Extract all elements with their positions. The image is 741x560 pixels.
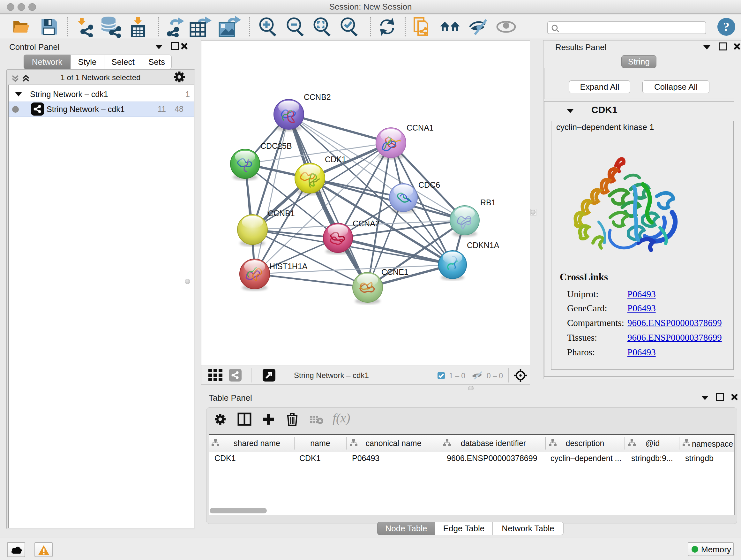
svg-text:?: ? bbox=[723, 19, 730, 34]
svg-text:CCNE1: CCNE1 bbox=[381, 267, 408, 276]
svg-text:CCNB2: CCNB2 bbox=[304, 92, 331, 102]
svg-text:CDC25B: CDC25B bbox=[260, 141, 292, 150]
svg-text:CCNB1: CCNB1 bbox=[268, 209, 295, 218]
svg-text:CCNA2: CCNA2 bbox=[353, 219, 380, 228]
svg-text:RB1: RB1 bbox=[480, 198, 496, 207]
svg-text:CDC6: CDC6 bbox=[418, 180, 440, 189]
svg-text:CDK1: CDK1 bbox=[325, 155, 346, 164]
svg-text:CCNA1: CCNA1 bbox=[407, 123, 434, 132]
svg-text:CDKN1A: CDKN1A bbox=[467, 241, 499, 250]
svg-text:HIST1H1A: HIST1H1A bbox=[269, 262, 308, 271]
